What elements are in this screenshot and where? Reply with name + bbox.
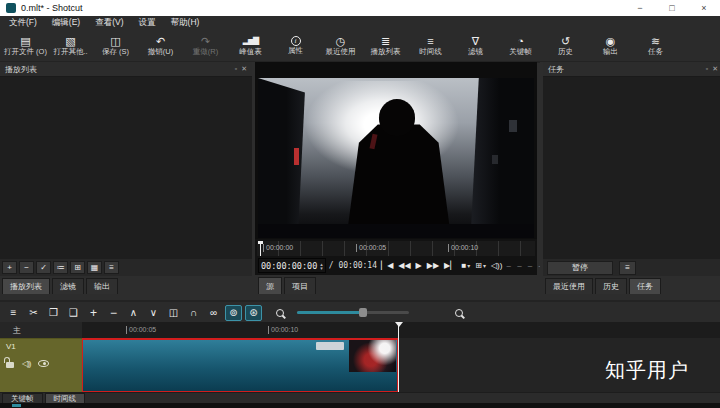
tab-project[interactable]: 项目 bbox=[284, 277, 316, 294]
overwrite-button[interactable]: ∨ bbox=[145, 305, 162, 321]
view-icons-button[interactable]: ⊞ bbox=[70, 261, 85, 274]
video-stage bbox=[255, 62, 537, 239]
skip-to-end-button[interactable]: ▶▏ bbox=[443, 262, 457, 270]
minimize-button[interactable]: − bbox=[624, 0, 656, 16]
player-playhead[interactable] bbox=[260, 241, 261, 256]
rewind-button[interactable]: ◀◀ bbox=[397, 262, 411, 270]
menu-help[interactable]: 帮助(H) bbox=[171, 17, 200, 29]
redo-button: ↷ 重做(R) bbox=[184, 31, 227, 60]
filters-button[interactable]: ∇ 滤镜 bbox=[454, 31, 497, 60]
view-tiles-button[interactable]: ▦ bbox=[87, 261, 102, 274]
master-track-button[interactable]: 主 bbox=[0, 322, 82, 338]
tab-recent[interactable]: 最近使用 bbox=[545, 278, 593, 294]
tab-jobs[interactable]: 任务 bbox=[629, 278, 661, 294]
snap-magnet-toggle[interactable]: ∩ bbox=[185, 305, 202, 321]
tab-filters[interactable]: 滤镜 bbox=[52, 278, 84, 294]
zoom-in-button[interactable] bbox=[450, 305, 467, 321]
stop-button[interactable]: ■ ▾ bbox=[460, 262, 471, 270]
timecode-down-icon[interactable]: ▾ bbox=[320, 266, 323, 270]
split-button[interactable]: ◫ bbox=[165, 305, 182, 321]
zoom-out-button[interactable] bbox=[271, 305, 288, 321]
properties-button[interactable]: i 属性 bbox=[274, 31, 317, 60]
menu-file[interactable]: 文件(F) bbox=[9, 17, 37, 29]
undo-button[interactable]: ↶ 撤销(U) bbox=[139, 31, 182, 60]
pause-button[interactable]: 暂停 bbox=[547, 261, 613, 275]
timeline-toolbar: ≡ ✂ ❐ ❑ + − ∧ ∨ ◫ ∩ ∞ ⊚ ⊛ bbox=[0, 300, 720, 323]
window-controls: − □ × bbox=[624, 0, 720, 16]
current-position: 00:00:00:00 bbox=[261, 261, 317, 271]
timeline-zoom-slider[interactable] bbox=[297, 311, 409, 314]
paste-button[interactable]: ❑ bbox=[65, 305, 82, 321]
tab-playlist[interactable]: 播放列表 bbox=[2, 278, 50, 294]
menu-settings[interactable]: 设置 bbox=[139, 17, 156, 29]
player-panel: 00:00:00 00:00:05 00:00:10 00:00:00:00 ▴… bbox=[255, 62, 537, 294]
track-mute-icon[interactable]: ◁)) bbox=[22, 359, 30, 368]
playlist-panel-title: 播放列表 bbox=[5, 64, 37, 75]
volume-button[interactable]: ◁)) bbox=[490, 262, 503, 270]
menu-edit[interactable]: 编辑(E) bbox=[52, 17, 80, 29]
playlist-update-button[interactable]: ✓ bbox=[36, 261, 51, 274]
menu-view[interactable]: 查看(V) bbox=[95, 17, 123, 29]
player-scrub-bar[interactable]: 00:00:00 00:00:05 00:00:10 bbox=[257, 241, 535, 256]
shotcut-window: 0.mlt* - Shotcut − □ × 文件(F) 编辑(E) 查看(V)… bbox=[0, 0, 720, 408]
copy-button[interactable]: ❐ bbox=[45, 305, 62, 321]
save-button[interactable]: ◫ 保存 (S) bbox=[94, 31, 137, 60]
ripple-toggle[interactable]: ⊚ bbox=[225, 305, 242, 321]
stop-icon: ■ bbox=[461, 262, 466, 270]
titlebar: 0.mlt* - Shotcut − □ × bbox=[0, 0, 720, 16]
maximize-button[interactable]: □ bbox=[656, 0, 688, 16]
skip-to-start-button[interactable]: ▏◀ bbox=[380, 262, 394, 270]
playlist-remove-button[interactable]: − bbox=[19, 261, 34, 274]
recent-button[interactable]: ◷ 最近使用 bbox=[319, 31, 362, 60]
export-icon: ◉ bbox=[606, 35, 616, 47]
timeline-menu-button[interactable]: ≡ bbox=[5, 305, 22, 321]
lift-button[interactable]: ∧ bbox=[125, 305, 142, 321]
append-button[interactable]: + bbox=[85, 305, 102, 321]
playlist-panel-header[interactable]: 播放列表 ▫ ✕ bbox=[0, 62, 252, 77]
close-button[interactable]: × bbox=[688, 0, 720, 16]
jobs-button[interactable]: ≋ 任务 bbox=[634, 31, 677, 60]
ripple-all-tracks-toggle[interactable]: ⊛ bbox=[245, 305, 262, 321]
export-button[interactable]: ◉ 输出 bbox=[589, 31, 632, 60]
ripple-delete-button[interactable]: − bbox=[105, 305, 122, 321]
timeline-playhead[interactable] bbox=[398, 322, 399, 392]
undo-icon: ↶ bbox=[156, 35, 165, 47]
history-button[interactable]: ↺ 历史 bbox=[544, 31, 587, 60]
track-lock-icon[interactable] bbox=[6, 362, 14, 368]
video-person-head bbox=[379, 99, 415, 136]
grid-button[interactable]: ⊞ ▾ bbox=[474, 262, 487, 270]
scrub-while-dragging-toggle[interactable]: ∞ bbox=[205, 305, 222, 321]
playlist-empty-area[interactable] bbox=[0, 77, 252, 259]
close-panel-icon[interactable]: ✕ bbox=[241, 65, 247, 73]
timecode-field[interactable]: 00:00:00:00 ▴ ▾ bbox=[258, 258, 326, 273]
playlist-menu-button[interactable]: ≡ bbox=[104, 261, 119, 274]
jobs-menu-button[interactable]: ≡ bbox=[619, 261, 636, 275]
tab-source[interactable]: 源 bbox=[258, 277, 282, 294]
jobs-panel-header[interactable]: 任务 ▫ ✕ bbox=[543, 62, 720, 77]
peak-meter-button[interactable]: ▂▅▇ 峰值表 bbox=[229, 31, 272, 60]
float-panel-icon[interactable]: ▫ bbox=[706, 65, 708, 73]
jobs-empty-area[interactable] bbox=[543, 77, 720, 259]
track-hide-icon[interactable] bbox=[38, 360, 49, 367]
view-details-button[interactable]: ≔ bbox=[53, 261, 68, 274]
video-preview[interactable] bbox=[258, 78, 534, 238]
track-v1-header[interactable]: V1 ◁)) bbox=[0, 338, 82, 392]
playlist-button[interactable]: ≣ 播放列表 bbox=[364, 31, 407, 60]
properties-icon: i bbox=[291, 36, 301, 46]
timeline-button[interactable]: ≡ 时间线 bbox=[409, 31, 452, 60]
playlist-append-button[interactable]: + bbox=[2, 261, 17, 274]
open-file-button[interactable]: ▤ 打开文件 (O) bbox=[4, 31, 47, 60]
cut-button[interactable]: ✂ bbox=[25, 305, 42, 321]
zoom-slider-handle[interactable] bbox=[359, 308, 367, 317]
tab-history[interactable]: 历史 bbox=[595, 278, 627, 294]
play-button[interactable]: ▶ bbox=[415, 262, 423, 270]
timeline-ruler-label-0: 00:00:05 bbox=[126, 326, 156, 334]
float-panel-icon[interactable]: ▫ bbox=[235, 65, 237, 73]
open-other-button[interactable]: ▧ 打开其他.. bbox=[49, 31, 92, 60]
fast-forward-button[interactable]: ▶▶ bbox=[426, 262, 440, 270]
close-panel-icon[interactable]: ✕ bbox=[712, 65, 718, 73]
keyframes-button[interactable]: ◔ 关键帧 bbox=[499, 31, 542, 60]
timeline-clip-selected[interactable] bbox=[82, 338, 398, 392]
tab-export[interactable]: 输出 bbox=[86, 278, 118, 294]
save-icon: ◫ bbox=[110, 35, 120, 47]
